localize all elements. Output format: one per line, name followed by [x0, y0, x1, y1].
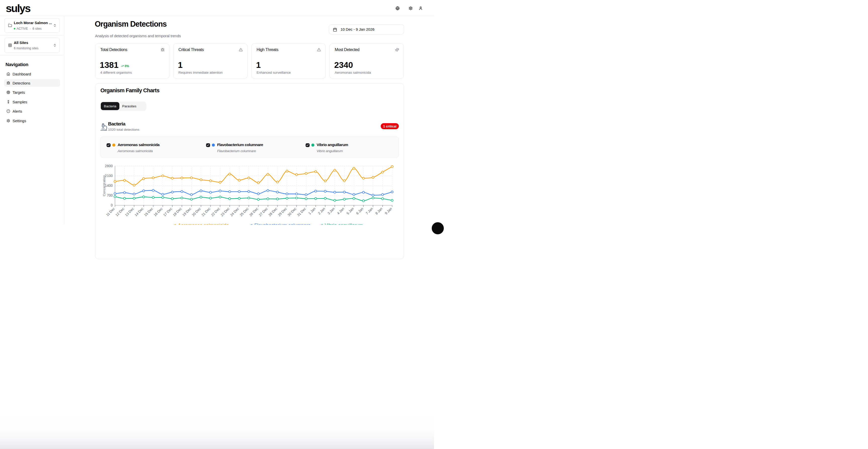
svg-text:4 Jan: 4 Jan [336, 207, 345, 215]
svg-text:7 Jan: 7 Jan [365, 207, 373, 215]
svg-text:2800: 2800 [105, 164, 113, 168]
svg-text:Concentration: Concentration [102, 175, 106, 196]
svg-text:16 Dec: 16 Dec [153, 207, 163, 217]
svg-text:22 Dec: 22 Dec [210, 207, 221, 217]
svg-text:8 Jan: 8 Jan [374, 207, 383, 215]
svg-text:Aeromonas salmonicida: Aeromonas salmonicida [178, 222, 229, 224]
svg-text:29 Dec: 29 Dec [277, 207, 287, 217]
svg-text:3 Jan: 3 Jan [327, 207, 335, 215]
svg-text:28 Dec: 28 Dec [268, 207, 278, 217]
svg-text:15 Dec: 15 Dec [144, 207, 154, 217]
svg-text:6 Jan: 6 Jan [355, 207, 364, 215]
svg-text:13 Dec: 13 Dec [124, 207, 135, 217]
svg-text:1 Jan: 1 Jan [308, 207, 316, 215]
svg-text:18 Dec: 18 Dec [172, 207, 182, 217]
svg-text:2 Jan: 2 Jan [317, 207, 326, 215]
svg-text:2100: 2100 [105, 174, 113, 178]
svg-text:21 Dec: 21 Dec [201, 207, 211, 217]
svg-text:17 Dec: 17 Dec [163, 207, 173, 217]
svg-text:700: 700 [107, 193, 113, 197]
svg-text:5 Jan: 5 Jan [346, 207, 354, 215]
svg-text:26 Dec: 26 Dec [249, 207, 259, 217]
svg-text:Vibrio anguillarum: Vibrio anguillarum [325, 222, 363, 224]
svg-text:24 Dec: 24 Dec [229, 207, 240, 217]
svg-text:20 Dec: 20 Dec [191, 207, 202, 217]
svg-text:0: 0 [111, 203, 113, 207]
svg-text:9 Jan: 9 Jan [384, 207, 393, 215]
svg-text:12 Dec: 12 Dec [115, 207, 125, 217]
svg-text:27 Dec: 27 Dec [258, 207, 269, 217]
svg-text:30 Dec: 30 Dec [287, 207, 297, 217]
svg-text:Flavobacterium columnare: Flavobacterium columnare [254, 222, 311, 224]
svg-text:25 Dec: 25 Dec [239, 207, 249, 217]
svg-text:19 Dec: 19 Dec [182, 207, 192, 217]
svg-text:11 Dec: 11 Dec [105, 207, 115, 217]
svg-text:1400: 1400 [105, 183, 113, 187]
svg-text:31 Dec: 31 Dec [296, 207, 307, 217]
svg-text:14 Dec: 14 Dec [134, 207, 144, 217]
svg-text:23 Dec: 23 Dec [220, 207, 230, 217]
